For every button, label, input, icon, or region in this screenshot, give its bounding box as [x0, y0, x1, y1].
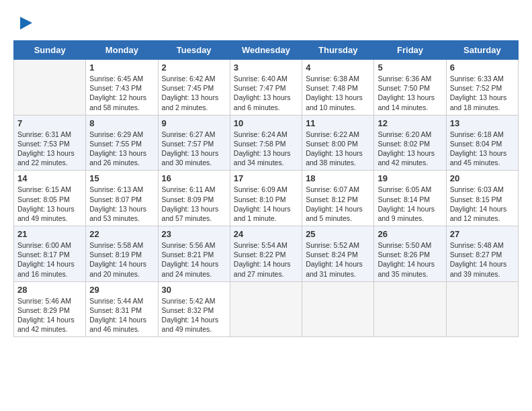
- calendar-cell: [446, 281, 518, 337]
- cell-line: Sunset: 7:45 PM: [162, 83, 226, 93]
- cell-line: Daylight: 13 hours: [17, 148, 82, 158]
- day-number: 19: [378, 173, 442, 183]
- calendar-cell: 22Sunrise: 5:58 AMSunset: 8:19 PMDayligh…: [86, 226, 158, 282]
- page-header: [13, 13, 519, 34]
- cell-line: Sunrise: 5:46 AM: [17, 296, 82, 306]
- day-number: 6: [450, 62, 515, 73]
- cell-line: Sunrise: 6:24 AM: [234, 130, 298, 139]
- day-number: 28: [17, 285, 82, 295]
- cell-line: Daylight: 13 hours: [378, 93, 442, 102]
- day-number: 30: [162, 285, 226, 295]
- calendar-cell: 13Sunrise: 6:18 AMSunset: 8:04 PMDayligh…: [446, 115, 518, 171]
- cell-line: Sunset: 7:48 PM: [306, 83, 370, 93]
- cell-line: Sunrise: 6:29 AM: [89, 130, 154, 139]
- day-number: 17: [234, 173, 298, 183]
- weekday-header: Friday: [374, 41, 446, 60]
- cell-line: and 46 minutes.: [89, 324, 154, 334]
- cell-line: Daylight: 14 hours: [162, 259, 226, 269]
- cell-line: Daylight: 14 hours: [89, 259, 154, 269]
- cell-line: Sunrise: 5:58 AM: [89, 240, 154, 250]
- cell-line: Daylight: 14 hours: [450, 204, 515, 214]
- cell-line: Daylight: 14 hours: [162, 315, 226, 324]
- logo: [13, 13, 36, 34]
- cell-line: Sunrise: 5:56 AM: [162, 240, 226, 250]
- day-number: 26: [378, 229, 442, 239]
- day-number: 11: [306, 118, 370, 128]
- day-number: 5: [378, 62, 442, 73]
- cell-line: Daylight: 14 hours: [17, 259, 82, 269]
- calendar-row: 28Sunrise: 5:46 AMSunset: 8:29 PMDayligh…: [14, 281, 519, 337]
- day-number: 10: [234, 118, 298, 128]
- cell-line: and 22 minutes.: [17, 158, 82, 167]
- cell-line: Sunrise: 6:22 AM: [306, 130, 370, 139]
- cell-line: Sunrise: 6:40 AM: [234, 74, 298, 83]
- cell-line: Sunrise: 5:48 AM: [450, 240, 515, 250]
- cell-line: Sunset: 8:14 PM: [378, 195, 442, 204]
- cell-line: Sunset: 7:53 PM: [17, 139, 82, 148]
- cell-line: Daylight: 13 hours: [89, 148, 154, 158]
- cell-line: Sunrise: 6:03 AM: [450, 185, 515, 194]
- calendar-row: 21Sunrise: 6:00 AMSunset: 8:17 PMDayligh…: [14, 226, 519, 282]
- cell-line: Sunset: 8:22 PM: [234, 250, 298, 259]
- cell-line: Sunrise: 6:09 AM: [234, 185, 298, 194]
- cell-line: Daylight: 13 hours: [162, 204, 226, 214]
- cell-line: Sunset: 7:58 PM: [234, 139, 298, 148]
- calendar-cell: 20Sunrise: 6:03 AMSunset: 8:15 PMDayligh…: [446, 171, 518, 226]
- cell-line: Sunset: 8:26 PM: [378, 250, 442, 259]
- cell-line: Sunset: 8:02 PM: [378, 139, 442, 148]
- cell-line: Daylight: 14 hours: [306, 259, 370, 269]
- cell-line: Sunset: 8:19 PM: [89, 250, 154, 259]
- cell-line: Sunrise: 6:13 AM: [89, 185, 154, 194]
- calendar-cell: 10Sunrise: 6:24 AMSunset: 7:58 PMDayligh…: [230, 115, 302, 171]
- cell-line: Sunrise: 5:42 AM: [162, 296, 226, 306]
- calendar-cell: 1Sunrise: 6:45 AMSunset: 7:43 PMDaylight…: [86, 60, 158, 116]
- cell-line: Sunset: 7:50 PM: [378, 83, 442, 93]
- calendar-cell: 23Sunrise: 5:56 AMSunset: 8:21 PMDayligh…: [158, 226, 230, 282]
- calendar-cell: 4Sunrise: 6:38 AMSunset: 7:48 PMDaylight…: [302, 60, 374, 116]
- calendar-cell: 9Sunrise: 6:27 AMSunset: 7:57 PMDaylight…: [158, 115, 230, 171]
- day-number: 8: [89, 118, 154, 128]
- calendar-row: 14Sunrise: 6:15 AMSunset: 8:05 PMDayligh…: [14, 171, 519, 226]
- cell-line: Sunset: 8:24 PM: [306, 250, 370, 259]
- calendar-cell: [14, 60, 86, 116]
- day-number: 25: [306, 229, 370, 239]
- cell-line: and 31 minutes.: [306, 269, 370, 279]
- cell-line: Sunrise: 6:33 AM: [450, 74, 515, 83]
- cell-line: Sunset: 8:10 PM: [234, 195, 298, 204]
- day-number: 29: [89, 285, 154, 295]
- day-number: 7: [17, 118, 82, 128]
- cell-line: and 58 minutes.: [89, 103, 154, 112]
- calendar-cell: 5Sunrise: 6:36 AMSunset: 7:50 PMDaylight…: [374, 60, 446, 116]
- cell-line: and 42 minutes.: [17, 324, 82, 334]
- cell-line: Sunrise: 5:44 AM: [89, 296, 154, 306]
- calendar-cell: [374, 281, 446, 337]
- cell-line: Sunrise: 6:20 AM: [378, 130, 442, 139]
- cell-line: Sunrise: 6:27 AM: [162, 130, 226, 139]
- calendar-cell: 3Sunrise: 6:40 AMSunset: 7:47 PMDaylight…: [230, 60, 302, 116]
- cell-line: and 53 minutes.: [89, 214, 154, 223]
- calendar-cell: 28Sunrise: 5:46 AMSunset: 8:29 PMDayligh…: [14, 281, 86, 337]
- weekday-header: Tuesday: [158, 41, 230, 60]
- cell-line: and 38 minutes.: [306, 158, 370, 167]
- calendar-cell: 21Sunrise: 6:00 AMSunset: 8:17 PMDayligh…: [14, 226, 86, 282]
- calendar-cell: 8Sunrise: 6:29 AMSunset: 7:55 PMDaylight…: [86, 115, 158, 171]
- cell-line: Daylight: 13 hours: [162, 93, 226, 102]
- weekday-header: Wednesday: [230, 41, 302, 60]
- cell-line: and 5 minutes.: [306, 214, 370, 223]
- day-number: 4: [306, 62, 370, 73]
- day-number: 27: [450, 229, 515, 239]
- calendar-cell: 2Sunrise: 6:42 AMSunset: 7:45 PMDaylight…: [158, 60, 230, 116]
- cell-line: Sunset: 8:12 PM: [306, 195, 370, 204]
- cell-line: Sunset: 8:15 PM: [450, 195, 515, 204]
- calendar-cell: [230, 281, 302, 337]
- cell-line: Sunset: 7:55 PM: [89, 139, 154, 148]
- cell-line: Sunset: 8:21 PM: [162, 250, 226, 259]
- cell-line: Daylight: 14 hours: [378, 204, 442, 214]
- cell-line: and 20 minutes.: [89, 269, 154, 279]
- cell-line: Sunset: 8:29 PM: [17, 306, 82, 315]
- calendar-cell: 25Sunrise: 5:52 AMSunset: 8:24 PMDayligh…: [302, 226, 374, 282]
- cell-line: and 30 minutes.: [162, 158, 226, 167]
- cell-line: Sunrise: 5:54 AM: [234, 240, 298, 250]
- cell-line: Daylight: 13 hours: [306, 93, 370, 102]
- cell-line: Daylight: 14 hours: [234, 204, 298, 214]
